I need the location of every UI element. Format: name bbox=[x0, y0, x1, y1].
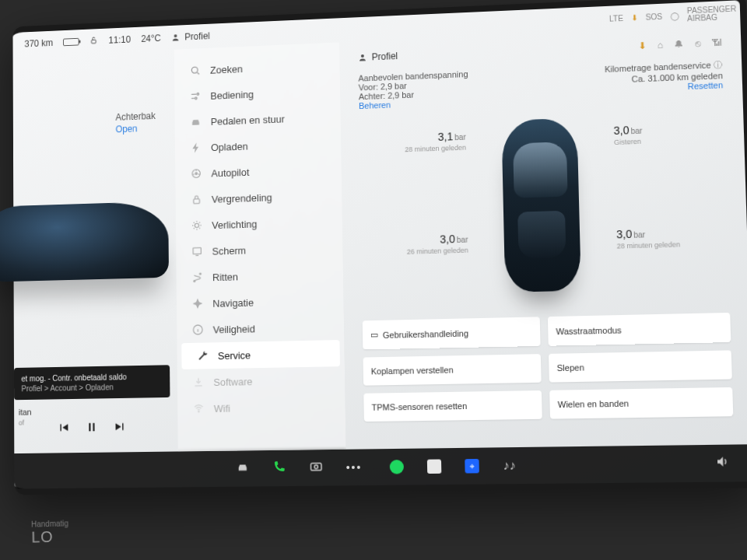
homelink-icon[interactable]: ⌂ bbox=[658, 40, 664, 51]
service-pane: Profiel ⬇ ⌂ 🔔︎ ⎋ 📶︎ Aanbevolen bandenspa… bbox=[339, 25, 747, 449]
sidebar-label: Zoeken bbox=[210, 63, 243, 75]
sidebar-label: Veiligheid bbox=[213, 323, 255, 335]
media-title: itan bbox=[19, 408, 32, 417]
button-label: Wielen en banden bbox=[558, 398, 630, 409]
dock-volume-button[interactable] bbox=[715, 454, 731, 472]
info-icon bbox=[192, 324, 205, 336]
sidebar-item-service[interactable]: Service bbox=[181, 340, 340, 369]
wrench-icon bbox=[197, 349, 209, 362]
profile-label: Profiel bbox=[184, 30, 210, 42]
dock-menu-button[interactable]: ••• bbox=[346, 461, 363, 474]
dock-car-button[interactable] bbox=[236, 460, 250, 477]
svg-point-4 bbox=[195, 97, 198, 100]
bolt-icon bbox=[190, 142, 202, 154]
notification-card[interactable]: et mog. - Contr. onbetaald saldo Profiel… bbox=[14, 365, 170, 400]
compass-icon bbox=[191, 297, 204, 310]
sidebar-item-navigation[interactable]: Navigatie bbox=[177, 287, 344, 317]
sidebar-label: Vergrendeling bbox=[212, 191, 272, 205]
sidebar-label: Pedalen en stuur bbox=[211, 113, 285, 127]
media-pause-button[interactable] bbox=[85, 420, 98, 437]
svg-point-8 bbox=[195, 223, 198, 227]
sidebar-label: Software bbox=[213, 376, 252, 388]
svg-rect-9 bbox=[193, 248, 201, 254]
pane-profile-button[interactable]: Profiel bbox=[358, 51, 398, 63]
svg-point-3 bbox=[197, 93, 199, 96]
notification-line2: Profiel > Account > Opladen bbox=[21, 381, 162, 394]
download-icon[interactable]: ⬇ bbox=[631, 13, 637, 22]
sidebar-label: Ritten bbox=[212, 271, 238, 283]
download-icon bbox=[192, 376, 205, 388]
media-next-button[interactable] bbox=[114, 420, 127, 437]
airbag-label: PASSENGER AIRBAG bbox=[687, 5, 728, 23]
bluetooth-icon[interactable]: ⎋ bbox=[695, 38, 701, 49]
tire-front-left: 3,1bar28 minuten geleden bbox=[373, 130, 466, 156]
button-label: Slepen bbox=[557, 362, 584, 373]
car-side-image bbox=[0, 201, 169, 282]
notifications-icon[interactable]: 🔔︎ bbox=[674, 39, 684, 51]
wheels-button[interactable]: Wielen en banden bbox=[549, 387, 733, 419]
car-top-image bbox=[501, 118, 581, 292]
tire-rear-left: 3,0bar26 minuten geleden bbox=[375, 233, 468, 257]
tire-rear-right: 3,0bar28 minuten geleden bbox=[616, 226, 714, 251]
svg-point-2 bbox=[191, 67, 198, 73]
sidebar-item-software[interactable]: Software bbox=[177, 366, 345, 396]
recommended-pressure: Aanbevolen bandenspanning Voor: 2,9 bar … bbox=[358, 69, 468, 110]
search-icon bbox=[189, 65, 201, 77]
svg-rect-7 bbox=[194, 199, 200, 204]
dock-music-icon[interactable]: ♪♪ bbox=[503, 458, 516, 473]
svg-point-16 bbox=[314, 465, 318, 469]
dock-bluetooth-button[interactable]: ⌖ bbox=[465, 459, 480, 474]
dock-app-icon[interactable] bbox=[427, 459, 441, 474]
dock-camera-button[interactable] bbox=[309, 459, 323, 476]
profile-button[interactable]: Profiel bbox=[171, 30, 210, 43]
time-label: 11:10 bbox=[109, 34, 131, 46]
svg-point-11 bbox=[199, 273, 201, 275]
vehicle-pane: Achterbak Open et mog. - Contr. onbetaal… bbox=[13, 50, 178, 453]
range-label: 370 km bbox=[24, 37, 53, 49]
car-icon bbox=[190, 116, 202, 128]
sidebar-label: Verlichting bbox=[212, 218, 257, 230]
svg-point-1 bbox=[174, 34, 177, 37]
battery-icon bbox=[63, 38, 79, 46]
tire-front-right: 3,0barGisteren bbox=[613, 121, 710, 146]
sidebar-label: Service bbox=[218, 349, 251, 362]
panel-download-icon[interactable]: ⬇ bbox=[638, 40, 647, 51]
svg-rect-15 bbox=[310, 464, 321, 471]
sidebar-label: Opladen bbox=[211, 140, 248, 152]
dock-phone-button[interactable] bbox=[272, 460, 286, 477]
signal-icon[interactable]: 📶︎ bbox=[712, 37, 722, 49]
manual-button[interactable]: ▭Gebruikershandleiding bbox=[363, 317, 541, 349]
media-prev-button[interactable] bbox=[57, 421, 70, 438]
airbag-icon: ◯ bbox=[670, 11, 679, 20]
carwash-button[interactable]: Wasstraatmodus bbox=[548, 313, 731, 346]
connection-label: LTE bbox=[609, 13, 623, 23]
sidebar-label: Scherm bbox=[212, 244, 247, 257]
sidebar-item-display[interactable]: Scherm bbox=[176, 234, 343, 265]
button-label: Wasstraatmodus bbox=[556, 325, 622, 336]
wheel-icon bbox=[190, 167, 202, 180]
tow-button[interactable]: Slepen bbox=[549, 350, 732, 382]
tire-pressure-diagram: 3,1bar28 minuten geleden 3,0barGisteren … bbox=[359, 107, 730, 313]
temperature-label[interactable]: 24°C bbox=[141, 33, 161, 44]
trunk-open-button[interactable]: Open bbox=[116, 122, 168, 136]
lock-icon bbox=[191, 193, 203, 205]
pane-profile-label: Profiel bbox=[372, 51, 398, 62]
button-label: TPMS-sensoren resetten bbox=[371, 401, 467, 412]
lock-icon[interactable] bbox=[89, 35, 98, 47]
sliders-icon bbox=[189, 90, 201, 103]
dock-spotify-button[interactable] bbox=[390, 460, 404, 474]
tpms-reset-button[interactable]: TPMS-sensoren resetten bbox=[363, 390, 542, 422]
svg-point-6 bbox=[195, 173, 198, 175]
svg-rect-0 bbox=[92, 40, 96, 44]
sos-label[interactable]: SOS bbox=[645, 12, 662, 21]
sidebar-item-safety[interactable]: Veiligheid bbox=[177, 313, 344, 343]
tire-service: Kilometrage bandenservice ⓘ Ca. 31.000 k… bbox=[605, 59, 724, 101]
display-icon bbox=[191, 245, 203, 257]
sidebar-label: Bediening bbox=[210, 88, 254, 101]
headlights-button[interactable]: Koplampen verstellen bbox=[363, 354, 542, 386]
info-icon[interactable]: ⓘ bbox=[714, 60, 723, 70]
button-label: Gebruikershandleiding bbox=[383, 328, 468, 339]
sidebar-item-trips[interactable]: Ritten bbox=[176, 261, 343, 291]
climate-temp-label[interactable]: LO bbox=[31, 527, 68, 546]
sidebar-item-wifi[interactable]: Wifi bbox=[177, 393, 345, 422]
